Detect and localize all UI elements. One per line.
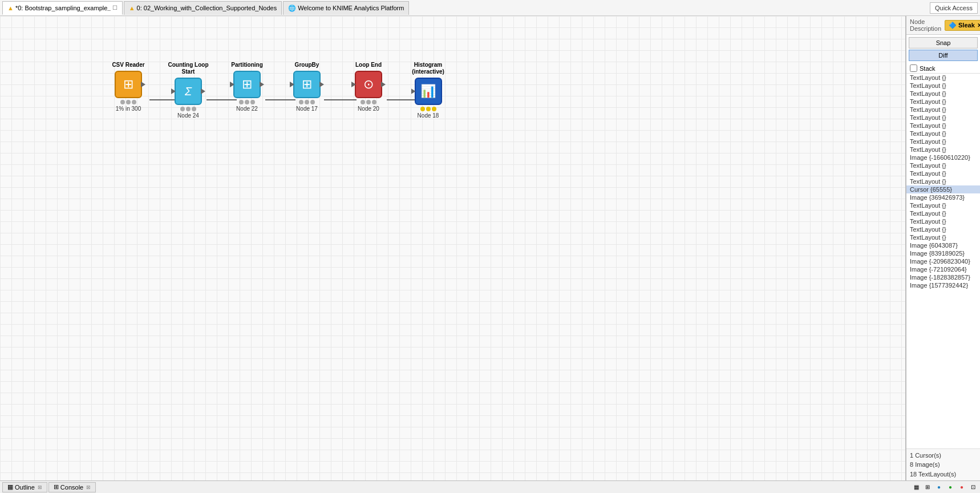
node-dots <box>420 107 436 111</box>
bottom-bar: ▦ Outline ⊠ ⊞ Console ⊠ ▦ ⊞ ● ● ● ⊡ <box>0 480 980 493</box>
node-groupby[interactable]: GroupBy ⊞ Node 17 <box>284 62 330 112</box>
list-item[interactable]: TextLayout {} <box>906 217 980 225</box>
list-item[interactable]: TextLayout {} <box>906 177 980 185</box>
console-icon: ⊞ <box>54 483 59 491</box>
list-item[interactable]: TextLayout {} <box>906 169 980 177</box>
right-panel-header: Node Description 🔷 Sleak ✕ _ ☐ <box>906 16 980 35</box>
node-counting-loop[interactable]: Counting Loop Start Σ Node 24 <box>165 62 211 119</box>
port-left <box>230 82 234 87</box>
list-item[interactable]: TextLayout {} <box>906 225 980 233</box>
node-partitioning[interactable]: Partitioning ⊞ Node 22 <box>224 62 270 112</box>
sleak-icon: 🔷 <box>949 22 957 29</box>
loop-icon: Σ <box>185 85 192 98</box>
tab-collection[interactable]: ▲ 0: 02_Working_with_Collection_Supporte… <box>124 1 282 15</box>
list-item[interactable]: Image {369426973} <box>906 193 980 201</box>
list-item[interactable]: TextLayout {} <box>906 106 980 114</box>
list-item[interactable]: Image {6043087} <box>906 241 980 249</box>
main-layout: CSV Reader ⊞ 1% in 300 Counting Loop Sta… <box>0 16 980 480</box>
bottom-icon-1[interactable]: ▦ <box>912 483 921 492</box>
bottom-icon-2[interactable]: ⊞ <box>923 483 932 492</box>
list-item[interactable]: TextLayout {} <box>906 82 980 90</box>
snap-button[interactable]: Snap <box>909 37 978 49</box>
port-right <box>319 82 324 87</box>
bottom-icon-4[interactable]: ● <box>946 483 955 492</box>
port-right <box>381 82 386 87</box>
port-left <box>171 88 176 94</box>
bottom-tab-console[interactable]: ⊞ Console ⊠ <box>48 482 96 492</box>
port-right <box>201 88 205 94</box>
list-item[interactable]: Image {-721092064} <box>906 265 980 273</box>
list-item[interactable]: TextLayout {} <box>906 146 980 153</box>
tab-welcome[interactable]: 🌐 Welcome to KNIME Analytics Platform <box>283 1 409 15</box>
list-item[interactable]: TextLayout {} <box>906 130 980 138</box>
port-left <box>290 82 294 87</box>
csv-icon: ⊞ <box>123 77 133 92</box>
sleak-close-button[interactable]: ✕ <box>977 22 980 29</box>
list-item[interactable]: TextLayout {} <box>906 98 980 106</box>
bottom-icon-5[interactable]: ● <box>957 483 966 492</box>
node-dots <box>361 100 376 104</box>
node-dots <box>180 107 196 111</box>
tab-bootstrap[interactable]: ▲ *0: Bootstrap_sampling_example _ ☐ <box>2 1 123 15</box>
list-item[interactable]: Image {-1660610220} <box>906 153 980 161</box>
title-bar: ▲ *0: Bootstrap_sampling_example _ ☐ ▲ 0… <box>0 0 980 16</box>
list-container[interactable]: TextLayout {}TextLayout {}TextLayout {}T… <box>906 73 980 448</box>
node-loop-end[interactable]: Loop End ⊙ Node 20 <box>343 62 394 112</box>
diff-button[interactable]: Diff <box>909 50 978 61</box>
list-item[interactable]: TextLayout {} <box>906 233 980 241</box>
canvas-area[interactable]: CSV Reader ⊞ 1% in 300 Counting Loop Sta… <box>0 16 906 480</box>
outline-icon: ▦ <box>7 483 13 491</box>
list-item[interactable]: TextLayout {} <box>906 161 980 169</box>
list-item[interactable]: Image {1577392442} <box>906 281 980 289</box>
console-tab-id: ⊠ <box>86 484 91 490</box>
list-item[interactable]: TextLayout {} <box>906 209 980 217</box>
list-item[interactable]: TextLayout {} <box>906 122 980 130</box>
globe-icon: 🌐 <box>288 5 296 12</box>
partition-icon: ⊞ <box>242 77 252 92</box>
list-item[interactable]: Image {839189025} <box>906 249 980 257</box>
list-item[interactable]: TextLayout {} <box>906 114 980 122</box>
stack-checkbox[interactable] <box>910 64 917 72</box>
node-histogram[interactable]: Histogram (interactive) 📊 Node 18 <box>401 62 455 119</box>
list-item[interactable]: TextLayout {} <box>906 74 980 82</box>
tab-window-controls[interactable]: _ ☐ <box>107 5 117 11</box>
sleak-tab[interactable]: 🔷 Sleak ✕ <box>945 20 980 31</box>
right-panel: Node Description 🔷 Sleak ✕ _ ☐ Snap Diff… <box>906 16 980 480</box>
list-footer: 1 Cursor(s) 8 Image(s) 18 TextLayout(s) <box>906 448 980 481</box>
node-csv-reader[interactable]: CSV Reader ⊞ 1% in 300 <box>106 62 151 112</box>
node-dots <box>299 100 315 104</box>
list-item[interactable]: Image {-2096823040} <box>906 257 980 265</box>
panel-buttons: Snap Diff <box>906 35 980 63</box>
port-right <box>260 82 264 87</box>
list-item[interactable]: TextLayout {} <box>906 201 980 209</box>
quick-access-button[interactable]: Quick Access <box>930 2 978 14</box>
node-dots <box>120 100 136 104</box>
list-item[interactable]: TextLayout {} <box>906 138 980 146</box>
port-right <box>141 82 145 87</box>
bottom-icon-6[interactable]: ⊡ <box>969 483 978 492</box>
list-item[interactable]: TextLayout {} <box>906 90 980 98</box>
port-left <box>351 82 356 87</box>
loopend-icon: ⊙ <box>363 77 374 92</box>
stack-row: Stack <box>906 63 980 73</box>
outline-tab-id: ⊠ <box>38 484 42 490</box>
groupby-icon: ⊞ <box>302 77 312 92</box>
list-item[interactable]: Image {-1828382857} <box>906 273 980 281</box>
warning-icon: ▲ <box>7 5 14 11</box>
port-left <box>411 88 416 94</box>
bottom-icon-3[interactable]: ● <box>934 483 943 492</box>
node-description-label: Node Description <box>910 18 941 32</box>
histogram-icon: 📊 <box>420 84 436 99</box>
node-dots <box>239 100 255 104</box>
warning-icon-2: ▲ <box>129 5 135 11</box>
bottom-right-icons: ▦ ⊞ ● ● ● ⊡ <box>912 483 978 492</box>
bottom-tab-outline[interactable]: ▦ Outline ⊠ <box>2 482 47 492</box>
list-item[interactable]: Cursor {65555} <box>906 185 980 193</box>
